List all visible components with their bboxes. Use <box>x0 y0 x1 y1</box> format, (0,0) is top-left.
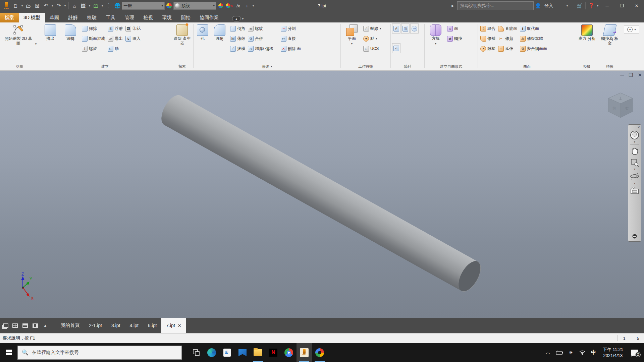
patch-button[interactable]: 修補 <box>479 34 496 44</box>
material-style-combo[interactable]: 一般 ▾ <box>122 2 165 10</box>
file-explorer-taskbar-icon[interactable] <box>250 343 266 362</box>
qat-overflow-caret-icon[interactable]: ▾ <box>251 4 255 7</box>
notification-center-button[interactable]: 2 <box>627 346 642 359</box>
colorful-ring-app-taskbar-icon[interactable] <box>312 343 327 362</box>
extend-button[interactable]: ↑ 延伸 <box>497 44 518 54</box>
new-file-icon[interactable]: 🗋 <box>11 2 20 10</box>
chamfer-button[interactable]: 倒角 <box>229 23 246 34</box>
chevron-down-icon[interactable]: ▾ <box>634 141 635 143</box>
trim-button[interactable]: ✂ 修剪 <box>497 34 518 44</box>
start-2d-sketch-button[interactable]: 開始繪製 2D 草圖 <box>2 23 35 46</box>
close-tab-icon[interactable]: ✕ <box>178 323 181 328</box>
shell-button[interactable]: 回 薄殼 <box>229 34 246 44</box>
taskbar-search-input[interactable]: 🔍 在這裡輸入文字來搜尋 <box>17 346 182 360</box>
rectangular-pattern-button[interactable]: ⠞ <box>392 23 400 34</box>
inventor-taskbar-icon[interactable]: PRO <box>297 343 312 362</box>
freeform-convert-button[interactable]: ⇄ 轉換 <box>446 34 463 44</box>
app-minimize-button[interactable]: ─ <box>600 1 614 11</box>
tab-file[interactable]: 檔案 <box>0 13 19 22</box>
ribbon-display-toggle[interactable]: ▲ ▾ <box>232 15 244 22</box>
render-caret-icon[interactable]: ▾ <box>88 4 92 7</box>
ime-indicator[interactable]: 中 <box>589 346 599 359</box>
chrome-taskbar-icon[interactable] <box>281 343 297 362</box>
fit-mesh-face-button[interactable]: ⧉ 擬合網面面 <box>519 44 548 54</box>
expand-up-icon[interactable]: ▲ <box>40 318 50 333</box>
adjust-appearance-icon[interactable] <box>216 2 225 10</box>
coil-button[interactable]: ⌇ 螺旋 <box>81 44 106 54</box>
thread-button[interactable]: ≋ 螺紋 <box>247 23 274 34</box>
tab-4-ipt[interactable]: 4.ipt <box>125 318 143 333</box>
tab-collaborate[interactable]: 協同作業 <box>195 13 223 22</box>
stress-analysis-button[interactable]: 應力 分析 <box>578 23 596 41</box>
tab-environments[interactable]: 環境 <box>158 13 176 22</box>
cylinder-part[interactable] <box>0 71 644 318</box>
delete-face-button[interactable]: ✕ 刪除 面 <box>280 44 302 54</box>
save-icon[interactable]: 🖫 <box>33 2 42 10</box>
color-wheel-icon[interactable] <box>165 2 173 10</box>
extrude-button[interactable]: 擠出 <box>41 23 60 41</box>
appearance-combo[interactable]: 預設 ▾ <box>173 2 216 10</box>
revolve-button[interactable]: 迴轉 <box>61 23 80 41</box>
tab-6-ipt[interactable]: 6.ipt <box>143 318 161 333</box>
tab-3-ipt[interactable]: 3.ipt <box>107 318 125 333</box>
undo-icon[interactable]: ↶ <box>42 2 50 10</box>
tab-get-started[interactable]: 開始 <box>176 13 195 22</box>
appearance-dots-icon[interactable]: ⁚ <box>104 2 113 10</box>
circular-pattern-button[interactable]: ⋯ <box>410 23 419 34</box>
battery-icon[interactable] <box>554 346 565 359</box>
app-restore-button[interactable]: ❐ <box>614 1 629 11</box>
navbar-close-icon[interactable]: ✕ <box>637 126 640 129</box>
tab-7-ipt-active[interactable]: 7.ipt ✕ <box>161 318 186 333</box>
decal-button[interactable]: 🖼 印花 <box>124 23 142 34</box>
app-close-button[interactable]: ✕ <box>629 1 644 11</box>
redo-caret-icon[interactable]: ▾ <box>63 4 67 7</box>
ruled-surface-button[interactable]: 直紋面 <box>497 23 518 34</box>
group-label-modify[interactable]: 修改 <box>262 64 269 69</box>
taskbar-clock[interactable]: 下午 11:21 2021/4/13 <box>600 347 626 358</box>
zoom-window-icon[interactable] <box>629 157 640 168</box>
mirror-button[interactable]: ◫ <box>401 23 410 34</box>
tab-view[interactable]: 檢視 <box>139 13 158 22</box>
app-store-cart-icon[interactable]: 🛒 <box>575 2 584 10</box>
convert-to-sheet-metal-button[interactable]: ➔ 轉換為 板金 <box>600 23 620 46</box>
new-file-caret-icon[interactable]: ▾ <box>20 4 24 7</box>
sculpt-button[interactable]: ◔ 雕塑 <box>479 44 496 54</box>
axis-button[interactable]: ⟋ 軸線 ▾ <box>362 23 382 34</box>
material-browser-icon[interactable]: 🕮 <box>92 2 100 10</box>
stitch-button[interactable]: ⟟ 縫合 <box>479 23 496 34</box>
sign-in-button[interactable]: 登入 <box>542 3 555 9</box>
store-taskbar-icon[interactable] <box>219 343 235 362</box>
hole-button[interactable]: 孔 <box>195 23 210 41</box>
volume-icon[interactable]: 🕪 <box>566 346 576 359</box>
open-file-icon[interactable]: 🗁 <box>24 2 33 10</box>
tab-manage[interactable]: 管理 <box>120 13 139 22</box>
measure-plus-icon[interactable]: ＋ <box>243 2 251 10</box>
mail-taskbar-icon[interactable] <box>235 343 250 362</box>
sketch-driven-pattern-button[interactable]: ⁘ <box>392 43 400 53</box>
start-button[interactable] <box>0 343 17 362</box>
model-viewport[interactable]: ─ ❐ ✕ 上 前 右 ✕ <box>0 71 644 318</box>
help-icon[interactable]: ❓ <box>587 2 596 10</box>
tab-2-1-ipt[interactable]: 2-1.ipt <box>84 318 107 333</box>
material-caret-icon[interactable]: ▾ <box>100 4 104 7</box>
emboss-button[interactable]: E 浮雕 <box>107 23 124 34</box>
help-caret-icon[interactable]: ▾ <box>596 4 600 7</box>
arrange-vertical-icon[interactable] <box>30 318 40 333</box>
tab-annotate[interactable]: 註解 <box>64 13 83 22</box>
ucs-button[interactable]: ∟ UCS <box>362 44 382 54</box>
orbit-icon[interactable] <box>629 170 640 182</box>
point-button[interactable]: ✦ 點 ▾ <box>362 34 382 44</box>
import-button[interactable]: ↳ 匯入 <box>124 34 142 44</box>
replace-face-button[interactable]: ⬆ 取代面 <box>519 23 548 34</box>
cascade-windows-icon[interactable] <box>0 318 10 333</box>
tab-tools[interactable]: 工具 <box>101 13 120 22</box>
sign-in-caret-icon[interactable]: ▾ <box>565 4 569 7</box>
edge-taskbar-icon[interactable] <box>204 343 219 362</box>
undo-caret-icon[interactable]: ▾ <box>50 4 54 7</box>
wifi-icon[interactable] <box>577 346 587 359</box>
freeform-box-button[interactable]: 方塊 ▾ <box>426 23 445 45</box>
shape-generator-button[interactable]: ✹ 造型 產生器 <box>172 23 192 46</box>
split-button[interactable]: 〜 分割 <box>280 23 302 34</box>
home-icon[interactable]: ⌂ <box>70 2 79 10</box>
rib-button[interactable]: ◺ 肋 <box>107 44 124 54</box>
